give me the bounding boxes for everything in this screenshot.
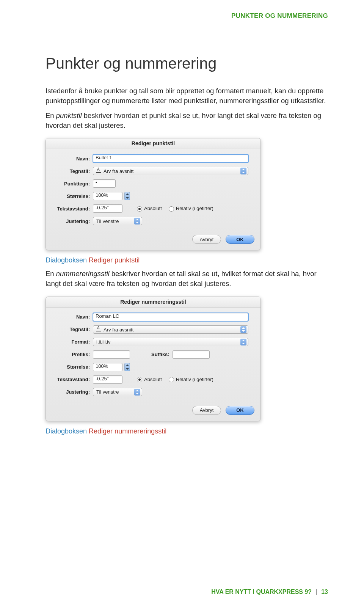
page-footer: HVA ER NYTT I QUARKXPRESS 9? | 13: [211, 589, 328, 595]
format-value: i,ii,iii,iv: [96, 339, 111, 345]
radio-icon: [169, 377, 174, 382]
punkttegn-input[interactable]: •: [93, 179, 116, 188]
label-format: Format:: [53, 339, 93, 345]
caption1-pre: Dialogboksen: [46, 256, 89, 264]
footer-text: HVA ER NYTT I QUARKXPRESS 9?: [211, 589, 312, 595]
justering-select[interactable]: Til venstre: [93, 217, 142, 225]
label-navn: Navn:: [53, 156, 93, 162]
chevron-updown-icon: [240, 326, 246, 333]
relativ-label: Relativ (i gefirter): [176, 377, 213, 382]
absolutt-label: Absolutt: [144, 377, 162, 382]
absolutt-label: Absolutt: [144, 206, 162, 211]
dialog-title: Rediger punktstil: [46, 138, 260, 149]
chevron-updown-icon: [134, 218, 140, 225]
radio-checked-icon: [137, 377, 142, 382]
cancel-button[interactable]: Avbryt: [192, 406, 221, 415]
format-select[interactable]: i,ii,iii,iv: [93, 338, 248, 346]
punktstil-paragraph: En punktstil beskriver hvordan et punkt …: [46, 111, 328, 131]
page-title: Punkter og nummerering: [46, 55, 328, 72]
section-header: PUNKTER OG NUMMERERING: [46, 12, 328, 20]
caption1-red: Rediger punktstil: [89, 256, 140, 264]
relativ-label: Relativ (i gefirter): [176, 206, 213, 211]
tegnstil-select[interactable]: Arv fra avsnitt: [93, 167, 248, 175]
p2-pre: En: [46, 111, 56, 119]
justering-select[interactable]: Til venstre: [93, 388, 142, 396]
edit-bullet-style-dialog: Rediger punktstil Navn: Bullet 1 Tegnsti…: [46, 138, 261, 250]
dialog-title: Rediger nummereringsstil: [46, 297, 260, 308]
justering-value: Til venstre: [96, 218, 119, 224]
caption2-red: Rediger nummereringsstil: [89, 427, 166, 435]
cancel-button[interactable]: Avbryt: [192, 235, 221, 244]
caption-1: Dialogboksen Rediger punktstil: [46, 256, 328, 264]
p2-post: beskriver hvordan et punkt skal se ut, h…: [46, 111, 321, 129]
label-punkttegn: Punkttegn:: [53, 181, 93, 187]
tekstavstand-radio-group: Absolutt Relativ (i gefirter): [137, 377, 213, 383]
caption2-pre: Dialogboksen: [46, 427, 89, 435]
tegnstil-select[interactable]: Arv fra avsnitt: [93, 325, 248, 334]
radio-checked-icon: [137, 206, 142, 212]
label-justering: Justering:: [53, 389, 93, 395]
navn-input[interactable]: Bullet 1: [93, 154, 248, 163]
chevron-updown-icon: [240, 339, 246, 345]
justering-value: Til venstre: [96, 389, 119, 395]
absolutt-radio-wrap[interactable]: Absolutt: [137, 206, 162, 212]
radio-icon: [169, 206, 174, 212]
chevron-updown-icon: [134, 389, 140, 396]
caption-2: Dialogboksen Rediger nummereringsstil: [46, 427, 328, 435]
storrelse-stepper[interactable]: [124, 192, 130, 200]
p3-pre: En: [46, 270, 56, 278]
p3-em: nummereringsstil: [56, 270, 110, 278]
label-tegnstil: Tegnstil:: [53, 327, 93, 332]
absolutt-radio-wrap[interactable]: Absolutt: [137, 377, 162, 383]
storrelse-input[interactable]: 100%: [93, 192, 122, 200]
relativ-radio-wrap[interactable]: Relativ (i gefirter): [169, 377, 213, 383]
underline-icon: [96, 168, 101, 173]
edit-numbering-style-dialog: Rediger nummereringsstil Navn: Roman LC …: [46, 297, 261, 421]
tegnstil-value: Arv fra avsnitt: [104, 327, 133, 333]
label-navn: Navn:: [53, 314, 93, 320]
suffiks-input[interactable]: [173, 350, 210, 359]
storrelse-stepper[interactable]: [124, 363, 130, 371]
label-tekstavstand: Tekstavstand:: [53, 377, 93, 382]
tekstavstand-input[interactable]: -0.25": [93, 375, 122, 384]
label-tekstavstand: Tekstavstand:: [53, 206, 93, 212]
ok-button[interactable]: OK: [226, 406, 254, 415]
storrelse-input[interactable]: 100%: [93, 363, 122, 371]
relativ-radio-wrap[interactable]: Relativ (i gefirter): [169, 206, 213, 212]
nummereringsstil-paragraph: En nummereringsstil beskriver hvordan et…: [46, 269, 328, 289]
chevron-updown-icon: [240, 168, 246, 174]
footer-page: 13: [321, 589, 328, 595]
label-suffiks: Suffiks:: [151, 352, 169, 357]
navn-input[interactable]: Roman LC: [93, 313, 248, 321]
p2-em: punktstil: [56, 111, 82, 119]
label-justering: Justering:: [53, 218, 93, 224]
prefiks-input[interactable]: [93, 350, 130, 359]
label-tegnstil: Tegnstil:: [53, 168, 93, 174]
label-storrelse: Størrelse:: [53, 364, 93, 370]
intro-paragraph: Istedenfor å bruke punkter og tall som b…: [46, 86, 328, 106]
tekstavstand-input[interactable]: -0.25": [93, 204, 122, 213]
label-storrelse: Størrelse:: [53, 193, 93, 199]
ok-button[interactable]: OK: [226, 235, 254, 244]
footer-separator: |: [316, 589, 317, 595]
tegnstil-value: Arv fra avsnitt: [104, 168, 133, 174]
tekstavstand-radio-group: Absolutt Relativ (i gefirter): [137, 206, 213, 212]
underline-icon: [96, 327, 101, 331]
label-prefiks: Prefiks:: [53, 352, 93, 357]
